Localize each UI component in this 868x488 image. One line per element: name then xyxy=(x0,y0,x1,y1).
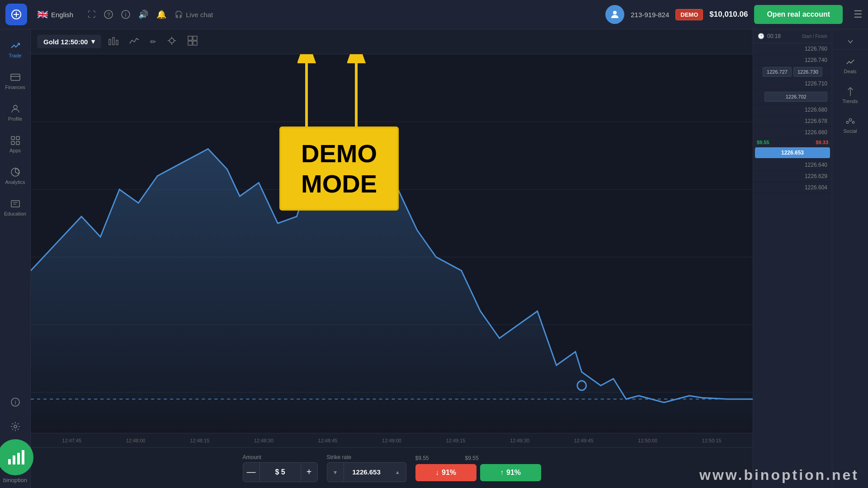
notifications-icon[interactable]: 🔔 xyxy=(156,9,166,19)
timer-bar: 🕐 00:18 Start / Finish xyxy=(753,29,832,43)
time-label-9: 12:50:00 xyxy=(616,438,680,443)
amount-input[interactable] xyxy=(260,462,301,482)
strike-section: Strike rate ▾ ▴ xyxy=(327,454,406,482)
ask-label: $9.55 xyxy=(757,140,769,145)
buy-percentage: 91% xyxy=(506,469,521,477)
svg-rect-15 xyxy=(11,201,19,207)
sidebar-item-help[interactable]: i xyxy=(0,391,30,413)
price-list: 1226.760 1226.740 1226.727 1226.730 1226… xyxy=(753,43,832,488)
asset-label: Gold 12:50:00 xyxy=(43,38,88,46)
time-label-1: 12:48:00 xyxy=(104,438,168,443)
indicator-icon[interactable] xyxy=(163,34,180,49)
price-item: 1226.660 xyxy=(753,127,832,138)
sidebar-item-education[interactable]: Education xyxy=(0,193,30,222)
strike-control: ▾ ▴ xyxy=(327,462,406,482)
live-chat-button[interactable]: 🎧 Live chat xyxy=(175,10,213,19)
sidebar-item-analytics[interactable]: Analytics xyxy=(0,161,30,190)
svg-rect-35 xyxy=(188,41,192,45)
price-labels: $9.55 $9.55 xyxy=(415,455,541,461)
sidebar-item-deals[interactable]: Deals xyxy=(832,52,868,80)
strike-input[interactable] xyxy=(344,462,389,482)
hamburger-menu[interactable]: ☰ xyxy=(854,9,863,20)
sidebar-label-apps: Apps xyxy=(9,148,21,153)
sidebar-item-apps[interactable]: Apps xyxy=(0,130,30,159)
bid-button[interactable]: 1226.727 xyxy=(763,67,792,77)
sell-price-label: $9.55 xyxy=(415,455,429,461)
fullscreen-icon[interactable]: ⛶ xyxy=(88,10,96,19)
amount-control: — + xyxy=(243,462,318,482)
svg-text:i: i xyxy=(14,399,16,406)
volume-icon[interactable]: 🔊 xyxy=(138,9,148,19)
svg-rect-7 xyxy=(11,74,20,80)
price-item: 1226.640 xyxy=(753,160,832,171)
price-btn[interactable]: 1226.702 xyxy=(764,92,827,102)
trade-panel: Amount — + Strike rate ▾ ▴ $9.55 $9 xyxy=(31,447,753,488)
chart-type-line-icon[interactable] xyxy=(126,35,143,48)
time-label-4: 12:48:45 xyxy=(296,438,360,443)
sidebar-item-finances[interactable]: Finances xyxy=(0,66,30,95)
sidebar-item-trade[interactable]: Trade xyxy=(0,35,30,64)
svg-point-9 xyxy=(14,105,17,109)
demo-badge[interactable]: DEMO xyxy=(675,9,703,20)
chart-toolbar: Gold 12:50:00 ▾ ✏ xyxy=(31,29,753,54)
current-price-item: 1226.653 xyxy=(755,147,830,159)
flag-icon: 🇬🇧 xyxy=(37,9,48,20)
watermark: www.binoption.net xyxy=(699,467,859,483)
right-sidebar-collapse xyxy=(832,34,868,50)
price-item: 1226.760 xyxy=(753,43,832,55)
trade-buttons: $9.55 $9.55 ↓ 91% ↑ 91% xyxy=(415,455,541,481)
binoption-logo: binoption xyxy=(0,439,33,483)
price-panel: 🕐 00:18 Start / Finish 1226.760 1226.740… xyxy=(753,29,832,488)
sidebar-item-profile[interactable]: Profile xyxy=(0,98,30,127)
deals-label: Deals xyxy=(844,69,856,74)
strike-label: Strike rate xyxy=(327,454,406,460)
asset-selector[interactable]: Gold 12:50:00 ▾ xyxy=(37,35,101,48)
time-label-0: 12:47:45 xyxy=(40,438,104,443)
svg-rect-13 xyxy=(16,141,19,145)
info-icon[interactable]: i xyxy=(121,10,130,19)
trends-label: Trends xyxy=(843,99,858,104)
time-label-7: 12:49:30 xyxy=(488,438,552,443)
language-selector[interactable]: 🇬🇧 English xyxy=(33,6,78,23)
sidebar-label-profile: Profile xyxy=(8,116,22,122)
price-item: 1226.629 xyxy=(753,171,832,182)
svg-point-20 xyxy=(14,425,17,428)
sell-button[interactable]: ↓ 91% xyxy=(415,464,476,481)
grid-view-icon[interactable] xyxy=(184,34,201,49)
chart-type-bar-icon[interactable] xyxy=(105,34,122,49)
sidebar-label-analytics: Analytics xyxy=(5,179,25,185)
time-label-10: 12:50:15 xyxy=(679,438,744,443)
time-label-6: 12:49:15 xyxy=(424,438,488,443)
strike-down-button[interactable]: ▾ xyxy=(327,462,344,482)
sidebar-label-finances: Finances xyxy=(5,84,25,90)
svg-rect-10 xyxy=(11,136,14,140)
balance-display: $10,010.06 xyxy=(709,10,748,19)
buy-arrow-icon: ↑ xyxy=(500,469,504,477)
buy-button[interactable]: ↑ 91% xyxy=(480,464,541,481)
svg-rect-33 xyxy=(188,36,192,40)
sidebar-item-settings[interactable] xyxy=(0,416,30,437)
price-item: 1226.702 xyxy=(753,89,832,104)
amount-decrease-button[interactable]: — xyxy=(243,462,260,482)
price-item: 1226.740 xyxy=(753,55,832,66)
open-real-account-button[interactable]: Open real account xyxy=(754,5,843,24)
logo-button[interactable] xyxy=(5,4,27,25)
chart-area: Gold 12:50:00 ▾ ✏ xyxy=(31,29,753,488)
ask-button[interactable]: 1226.730 xyxy=(793,67,822,77)
avatar[interactable] xyxy=(605,5,624,24)
svg-point-28 xyxy=(170,38,174,43)
header-tools: ⛶ ? i 🔊 🔔 🎧 Live chat xyxy=(83,9,600,19)
sidebar-item-trends[interactable]: Trends xyxy=(832,81,868,109)
strike-up-button[interactable]: ▴ xyxy=(389,462,406,482)
amount-increase-button[interactable]: + xyxy=(301,462,318,482)
main-layout: Trade Finances Profile Apps Analytics Ed… xyxy=(0,29,868,488)
svg-rect-26 xyxy=(113,38,114,45)
timer-value: 00:18 xyxy=(767,33,781,39)
help-icon[interactable]: ? xyxy=(104,10,113,19)
sell-percentage: 91% xyxy=(442,469,456,477)
time-label-8: 12:49:45 xyxy=(552,438,616,443)
sidebar-item-social[interactable]: Social xyxy=(832,111,868,139)
price-item-bid-ask: 1226.727 1226.730 xyxy=(753,66,832,78)
draw-tool-icon[interactable]: ✏ xyxy=(146,36,160,48)
time-bar: 12:47:45 12:48:00 12:48:15 12:48:30 12:4… xyxy=(31,433,753,447)
